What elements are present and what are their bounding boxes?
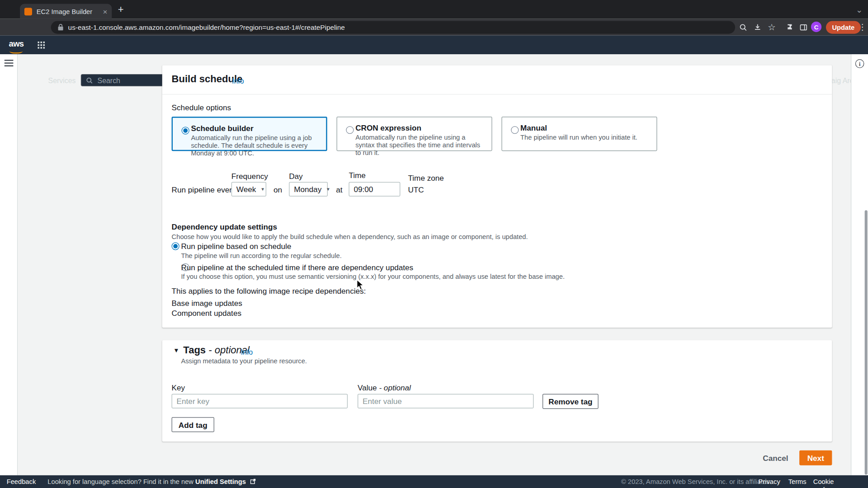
- dependency-item-base-image: Base image updates: [172, 299, 242, 308]
- schedule-options-label: Schedule options: [172, 103, 231, 112]
- feedback-link[interactable]: Feedback: [7, 478, 36, 486]
- tab-title: EC2 Image Builder: [37, 8, 99, 15]
- aws-logo-swoosh: [9, 49, 23, 54]
- next-button[interactable]: Next: [799, 450, 832, 465]
- time-label: Time: [349, 171, 365, 180]
- ec2-image-builder-favicon-icon: [24, 8, 32, 15]
- dependency-settings-description: Choose how you would like to apply the b…: [172, 233, 528, 241]
- build-schedule-info-link[interactable]: Info: [232, 77, 244, 85]
- radio-run-on-schedule-label: Run pipeline based on schedule: [181, 242, 291, 251]
- tags-title[interactable]: Tags - optional: [183, 345, 250, 357]
- lock-icon: [57, 24, 63, 31]
- value-label: Value - optional: [358, 384, 411, 393]
- aws-logo[interactable]: aws: [9, 39, 24, 48]
- screen: EC2 Image Builder × + ⌄ ← → ↻ us-east-1.…: [0, 0, 868, 488]
- radio-schedule-builder[interactable]: [182, 127, 189, 134]
- unified-settings-link[interactable]: Unified Settings: [195, 478, 246, 486]
- external-link-icon: [250, 478, 255, 486]
- mouse-cursor: [357, 279, 364, 290]
- install-icon[interactable]: [752, 22, 763, 33]
- at-label: at: [336, 185, 342, 194]
- terms-link[interactable]: Terms: [788, 478, 807, 486]
- browser-profile-avatar[interactable]: C: [811, 22, 821, 32]
- value-optional-text: - optional: [379, 384, 411, 393]
- left-nav-panel-collapsed: [0, 54, 18, 475]
- timezone-label: Time zone: [408, 174, 443, 183]
- tab-search-chevron-icon[interactable]: ⌄: [856, 5, 863, 14]
- search-this-page-icon[interactable]: [737, 22, 748, 33]
- timezone-value: UTC: [408, 185, 424, 194]
- browser-tab-strip: EC2 Image Builder × + ⌄: [0, 0, 868, 19]
- radio-cron-expression[interactable]: [346, 126, 354, 134]
- console-footer: Feedback Looking for language selection?…: [0, 475, 868, 488]
- key-label: Key: [172, 384, 185, 393]
- tag-value-input[interactable]: [358, 394, 533, 408]
- expand-caret-icon[interactable]: ▼: [173, 347, 179, 354]
- tile-description: Automatically run the pipeline using a j…: [191, 135, 321, 158]
- extensions-puzzle-icon[interactable]: [785, 22, 796, 33]
- add-tag-button[interactable]: Add tag: [172, 417, 214, 432]
- language-note-text: Looking for language selection? Find it …: [47, 478, 193, 486]
- day-select[interactable]: Monday ▼: [289, 182, 328, 197]
- language-selection-note: Looking for language selection? Find it …: [47, 478, 255, 486]
- tag-key-input[interactable]: [172, 394, 348, 408]
- radio-manual[interactable]: [511, 126, 519, 134]
- day-label: Day: [289, 172, 302, 181]
- radio-run-on-schedule-description: The pipeline will run according to the r…: [181, 252, 341, 259]
- day-value: Monday: [294, 185, 321, 194]
- frequency-label: Frequency: [231, 172, 268, 181]
- page-scrollbar[interactable]: [865, 210, 868, 474]
- address-bar[interactable]: us-east-1.console.aws.amazon.com/imagebu…: [51, 21, 735, 34]
- cookie-preferences-link[interactable]: Cookie preferences: [813, 478, 868, 488]
- chrome-update-button[interactable]: Update: [826, 21, 861, 34]
- tags-title-text: Tags: [183, 345, 206, 356]
- side-panel-icon[interactable]: [798, 22, 809, 33]
- frequency-value: Week: [236, 185, 256, 194]
- radio-run-on-dependency-updates-label: Run pipeline at the scheduled time if th…: [181, 263, 413, 272]
- applies-to-label: This applies to the following image reci…: [172, 286, 366, 296]
- dependency-item-component: Component updates: [172, 309, 241, 318]
- info-panel-icon[interactable]: i: [855, 59, 864, 68]
- tile-label: CRON expression: [355, 123, 421, 132]
- tags-card: ▼ Tags - optional Info Assign metadata t…: [162, 340, 832, 441]
- tags-description: Assign metadata to your pipeline resourc…: [181, 357, 307, 365]
- time-input[interactable]: [349, 182, 400, 197]
- tile-label: Manual: [520, 123, 547, 132]
- browser-menu-icon[interactable]: ⋮: [857, 22, 868, 33]
- chevron-down-icon: ▼: [260, 187, 265, 192]
- browser-tab[interactable]: EC2 Image Builder ×: [20, 4, 112, 19]
- radio-run-on-schedule[interactable]: [172, 242, 179, 250]
- tile-description: The pipeline will run when you initiate …: [520, 134, 651, 141]
- tile-cron-expression[interactable]: CRON expression Automatically run the pi…: [336, 117, 492, 151]
- services-menu[interactable]: Services: [48, 76, 76, 84]
- url-text: us-east-1.console.aws.amazon.com/imagebu…: [68, 23, 345, 31]
- tile-label: Schedule builder: [191, 124, 253, 133]
- tile-schedule-builder[interactable]: Schedule builder Automatically run the p…: [172, 117, 327, 151]
- tags-info-link[interactable]: Info: [241, 348, 253, 356]
- build-schedule-card: Build schedule Info Schedule options Sch…: [162, 65, 832, 327]
- tile-description: Automatically run the pipeline using a s…: [355, 134, 486, 157]
- run-pipeline-prefix: Run pipeline every: [172, 185, 236, 194]
- divider: [162, 94, 832, 94]
- search-icon: [86, 77, 93, 84]
- bookmark-star-icon[interactable]: ☆: [766, 22, 777, 33]
- radio-run-on-dependency-updates-description: If you choose this option, you must use …: [181, 273, 565, 281]
- cancel-button[interactable]: Cancel: [763, 454, 788, 463]
- privacy-link[interactable]: Privacy: [759, 478, 780, 486]
- frequency-select[interactable]: Week ▼: [231, 182, 266, 197]
- tile-manual[interactable]: Manual The pipeline will run when you in…: [501, 117, 657, 151]
- remove-tag-button[interactable]: Remove tag: [542, 394, 599, 409]
- on-label: on: [274, 185, 282, 194]
- chevron-down-icon: ▼: [326, 187, 330, 192]
- new-tab-button[interactable]: +: [118, 5, 124, 14]
- copyright-text: © 2023, Amazon Web Services, Inc. or its…: [621, 478, 772, 486]
- tab-close-icon[interactable]: ×: [103, 7, 108, 16]
- value-label-text: Value: [358, 384, 377, 393]
- services-grid-icon[interactable]: [38, 41, 45, 51]
- aws-console-navbar: aws Services Search [Option+S] ? N. Virg…: [0, 35, 868, 54]
- dependency-settings-title: Dependency update settings: [172, 222, 277, 231]
- hamburger-menu-icon[interactable]: [5, 60, 14, 66]
